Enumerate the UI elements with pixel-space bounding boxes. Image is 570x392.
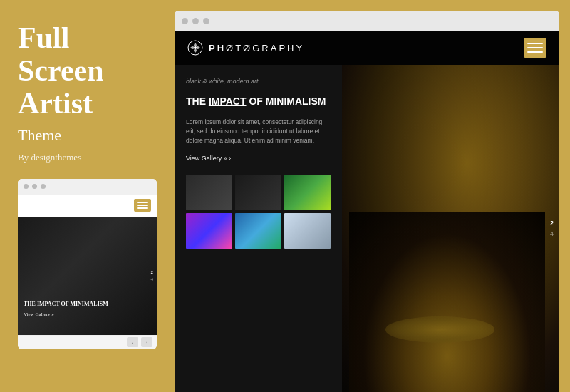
site-main: black & white, modern art THE IMPACT OF … bbox=[175, 65, 559, 392]
browser-titlebar bbox=[175, 11, 559, 31]
mini-impact-text: THE IMPACT OF MINIMALISM bbox=[24, 301, 108, 308]
mini-dot-2 bbox=[32, 184, 37, 189]
page-num-active[interactable]: 2 bbox=[550, 220, 554, 227]
hamburger-menu-button[interactable] bbox=[524, 38, 546, 58]
mini-view-gallery: View Gallery » bbox=[24, 311, 108, 317]
mini-hamburger-line-2 bbox=[137, 205, 148, 206]
page-num-4[interactable]: 4 bbox=[550, 231, 554, 237]
mini-prev-btn[interactable]: ‹ bbox=[127, 337, 138, 347]
hamburger-line-3 bbox=[527, 51, 543, 53]
gallery-grid bbox=[186, 175, 331, 249]
gallery-thumb-3[interactable] bbox=[284, 175, 331, 210]
gallery-thumb-5[interactable] bbox=[235, 213, 281, 249]
mini-dot-3 bbox=[41, 184, 46, 189]
mini-page-num-1: 2 bbox=[151, 269, 154, 275]
gallery-thumb-2[interactable] bbox=[235, 175, 281, 210]
site-header: PhØTØGrАPhY bbox=[175, 31, 559, 65]
main-title: Full Screen Artist bbox=[18, 21, 157, 120]
mini-dot-1 bbox=[24, 184, 28, 189]
author-credit: By designthemes bbox=[18, 152, 157, 163]
logo-icon bbox=[187, 40, 203, 56]
mini-text-overlay: THE IMPACT OF MINIMALISM View Gallery » bbox=[24, 301, 108, 316]
left-panel: Full Screen Artist Theme By designthemes… bbox=[0, 0, 175, 392]
browser-dot-3 bbox=[203, 18, 209, 24]
svg-point-1 bbox=[194, 46, 197, 49]
article-title-part2: OF MINIMALISM bbox=[247, 96, 326, 107]
page-navigation: 2 4 bbox=[550, 220, 554, 237]
article-title: THE IMPACT OF MINIMALISM bbox=[186, 95, 331, 108]
browser-mockup: PhØTØGrАPhY black & white, modern art TH… bbox=[175, 11, 559, 392]
browser-dot-2 bbox=[192, 18, 199, 24]
hamburger-line-1 bbox=[527, 43, 543, 44]
hero-figure bbox=[342, 65, 559, 392]
mini-hero-bg bbox=[18, 217, 157, 335]
mini-site-header bbox=[18, 195, 157, 217]
main-subtitle: Theme bbox=[18, 126, 157, 145]
mini-hamburger-icon bbox=[134, 199, 151, 212]
mini-preview: THE IMPACT OF MINIMALISM View Gallery » … bbox=[18, 179, 157, 349]
hero-background: 2 4 bbox=[342, 65, 559, 392]
gallery-thumb-4[interactable] bbox=[186, 213, 232, 249]
gallery-thumb-6[interactable] bbox=[284, 213, 331, 249]
logo-text-rest: ØTØGrАPhY bbox=[226, 43, 304, 53]
hero-overlay bbox=[342, 65, 559, 392]
article-title-underline: IMPACT bbox=[209, 96, 247, 107]
logo-text: PhØTØGrАPhY bbox=[209, 43, 304, 53]
mini-titlebar bbox=[18, 179, 157, 195]
hamburger-line-2 bbox=[527, 47, 543, 48]
mini-hero-area: THE IMPACT OF MINIMALISM View Gallery » … bbox=[18, 217, 157, 335]
mini-footer-nav: ‹ › bbox=[18, 335, 157, 349]
view-gallery-link[interactable]: View Gallery » bbox=[186, 155, 331, 162]
article-meta: black & white, modern art bbox=[186, 78, 331, 85]
mini-next-btn[interactable]: › bbox=[141, 337, 152, 347]
hero-column: 2 4 bbox=[342, 65, 559, 392]
site-logo: PhØTØGrАPhY bbox=[187, 40, 304, 56]
mini-page-numbers: 2 4 bbox=[151, 269, 154, 282]
mini-page-num-2: 4 bbox=[151, 277, 154, 282]
browser-content: PhØTØGrАPhY black & white, modern art TH… bbox=[175, 31, 559, 392]
mini-hamburger-line-1 bbox=[137, 202, 148, 203]
browser-dot-1 bbox=[182, 18, 188, 24]
article-body: Lorem ipsum dolor sit amet, consectetur … bbox=[186, 118, 331, 145]
logo-text-ph: Ph bbox=[209, 43, 226, 53]
article-title-part1: THE bbox=[186, 96, 209, 107]
gallery-thumb-1[interactable] bbox=[186, 175, 232, 210]
article-column: black & white, modern art THE IMPACT OF … bbox=[175, 65, 342, 392]
mini-hamburger-line-3 bbox=[137, 207, 148, 209]
